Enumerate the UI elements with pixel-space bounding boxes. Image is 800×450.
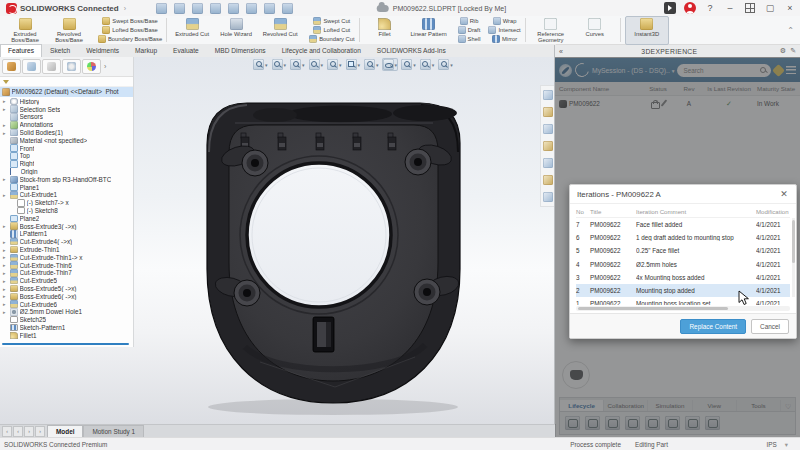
minimize-button[interactable]: –	[724, 2, 736, 14]
command-tab[interactable]: Markup	[127, 44, 165, 57]
new-document-icon[interactable]	[174, 3, 185, 14]
help-icon[interactable]: ?	[704, 2, 716, 14]
dialog-horizontal-scrollbar[interactable]	[576, 306, 790, 311]
tree-item[interactable]: ▸ Stock-from stp R3-HandOff-BTC	[2, 175, 133, 183]
view-tool-button[interactable]: ▾	[289, 58, 306, 71]
ribbon-button[interactable]: Intersect	[488, 26, 520, 34]
dialog-close-icon[interactable]: ✕	[779, 189, 789, 199]
expand-arrow-icon[interactable]: ▸	[3, 286, 8, 292]
tree-item[interactable]: ▸ Front	[2, 144, 133, 152]
view-tool-button[interactable]: ▾	[419, 58, 436, 71]
command-tab[interactable]: Weldments	[78, 44, 127, 57]
ribbon-button[interactable]: Extruded Cut	[171, 17, 213, 44]
column-header[interactable]: No	[576, 208, 590, 215]
expand-arrow-icon[interactable]: ▸	[3, 301, 8, 307]
view-tool-button[interactable]: ▾	[345, 58, 362, 71]
tree-item[interactable]: ▸ Selection Sets	[2, 105, 133, 113]
iteration-row[interactable]: 3 PM009622 4x Mounting boss added 4/1/20…	[576, 271, 790, 284]
propertymanager-tab[interactable]	[22, 59, 41, 74]
iteration-row[interactable]: 6 PM009622 1 deg draft added to mounting…	[576, 231, 790, 244]
tree-item[interactable]: ▸ Sensors	[2, 113, 133, 121]
iteration-row[interactable]: 2 PM009622 Mounting stop added 4/1/2021	[576, 284, 790, 297]
document-pane-icon[interactable]	[543, 107, 553, 117]
tree-item[interactable]: ▸ Cut-Extrude-Thin1-> x	[2, 253, 133, 261]
view-tool-button[interactable]: ▾	[400, 58, 417, 71]
expand-arrow-icon[interactable]: ▸	[3, 130, 8, 136]
tree-item[interactable]: ▸ Boss-Extrude3( ->x)	[2, 222, 133, 230]
expand-arrow-icon[interactable]: ▸	[3, 309, 8, 315]
save-icon[interactable]	[210, 3, 221, 14]
tree-item[interactable]: ▸ Sketch25	[2, 316, 133, 324]
ribbon-button[interactable]: Wrap	[493, 17, 517, 25]
tree-item[interactable]: ▸ Cut-Extrude6	[2, 300, 133, 308]
column-header[interactable]: Iteration Comment	[636, 208, 756, 215]
dialog-vertical-scrollbar[interactable]	[792, 218, 795, 297]
ribbon-button[interactable]: Curves	[574, 17, 616, 44]
share-pane-icon[interactable]	[543, 175, 553, 185]
tree-item[interactable]: ▸ Top	[2, 152, 133, 160]
view-tool-button[interactable]: ▾	[271, 58, 288, 71]
tree-item[interactable]: ▸ Cut-Extrude1	[2, 191, 133, 199]
restore-button[interactable]: ▢	[764, 2, 776, 14]
collapse-ribbon-icon[interactable]: ⌃	[781, 26, 800, 35]
command-tab[interactable]: Features	[0, 44, 42, 57]
tree-item[interactable]: ▸ LPattern1	[2, 230, 133, 238]
app-logo[interactable]: SOLIDWORKS Connected ›	[0, 3, 132, 14]
replace-content-button[interactable]: Replace Content	[680, 319, 746, 334]
expand-arrow-icon[interactable]: ▸	[3, 278, 8, 284]
window-layout-icon[interactable]	[744, 2, 756, 14]
column-header[interactable]: Title	[590, 208, 636, 215]
user-avatar[interactable]	[684, 2, 696, 14]
tree-item[interactable]: ▸ Right	[2, 160, 133, 168]
open-folder-icon[interactable]	[192, 3, 203, 14]
tree-item[interactable]: ▸ Solid Bodies(1)	[2, 129, 133, 137]
tree-item[interactable]: ▸ Cut-Extrude4( ->x)	[2, 238, 133, 246]
featuremanager-tab[interactable]	[2, 59, 21, 74]
view-tool-button[interactable]: ▾	[252, 58, 269, 71]
ribbon-button[interactable]: Linear Pattern	[408, 17, 450, 44]
filter-funnel-icon[interactable]	[3, 80, 9, 84]
tree-item[interactable]: ▸ (-) Sketch8	[2, 207, 133, 215]
scroll-first-icon[interactable]: ‹	[2, 426, 12, 437]
ribbon-button[interactable]: Lofted Cut	[313, 26, 350, 34]
dimxpertmanager-tab[interactable]	[62, 59, 81, 74]
expand-arrow-icon[interactable]: ▸	[3, 262, 8, 268]
appearance-pane-icon[interactable]	[543, 141, 553, 151]
scroll-prev-icon[interactable]: ‹	[13, 426, 23, 437]
ribbon-button[interactable]: Mirror	[492, 35, 517, 43]
command-tab[interactable]: Evaluate	[165, 44, 207, 57]
ribbon-button[interactable]: Hole Wizard	[215, 17, 257, 44]
view-tool-button[interactable]: ▾	[382, 58, 399, 71]
ribbon-button[interactable]: Instant3D	[625, 16, 669, 45]
ribbon-button[interactable]: Extruded Boss/Base	[4, 17, 46, 44]
rollback-bar[interactable]	[2, 343, 129, 345]
view-tool-button[interactable]: ▾	[437, 58, 454, 71]
ribbon-button[interactable]: Lofted Boss/Base	[102, 26, 157, 34]
view-tool-button[interactable]: ▾	[308, 58, 325, 71]
close-button[interactable]: ×	[784, 2, 796, 14]
expand-arrow-icon[interactable]: ▸	[3, 223, 8, 229]
expand-arrow-icon[interactable]: ▸	[3, 270, 8, 276]
tree-item[interactable]: ▸ Sketch-Pattern1	[2, 324, 133, 332]
expand-arrow-icon[interactable]: ▸	[3, 293, 8, 299]
expand-arrow-icon[interactable]: ▸	[3, 122, 8, 128]
ribbon-button[interactable]: Rib	[460, 17, 479, 25]
command-tab[interactable]: SOLIDWORKS Add-Ins	[369, 44, 454, 57]
configurationmanager-tab[interactable]	[42, 59, 61, 74]
iteration-row[interactable]: 4 PM009622 Ø2.5mm holes 4/1/2021	[576, 258, 790, 271]
ribbon-button[interactable]: Swept Boss/Base	[102, 17, 157, 25]
command-tab[interactable]: Sketch	[42, 44, 78, 57]
ribbon-button[interactable]: Draft	[458, 26, 481, 34]
tree-item[interactable]: ▸ Cut-Extrude-Thin7	[2, 269, 133, 277]
tree-item[interactable]: ▸ Boss-Extrude6( ->x)	[2, 292, 133, 300]
iteration-row[interactable]: 5 PM009622 0.25" Face fillet 4/1/2021	[576, 244, 790, 257]
options-gear-icon[interactable]	[246, 3, 257, 14]
lifecycle-icon[interactable]	[228, 3, 239, 14]
expand-arrow-icon[interactable]: ▸	[3, 247, 8, 253]
ribbon-button[interactable]: Boundary Boss/Base	[98, 35, 162, 43]
chevron-down-icon[interactable]: ▾	[785, 441, 788, 449]
expand-arrow-icon[interactable]: ▸	[3, 98, 8, 104]
tree-item[interactable]: ▸ (-) Sketch7-> x	[2, 199, 133, 207]
tree-item[interactable]: ▸ Cut-Extrude5	[2, 277, 133, 285]
view-tool-button[interactable]: ▾	[326, 58, 343, 71]
